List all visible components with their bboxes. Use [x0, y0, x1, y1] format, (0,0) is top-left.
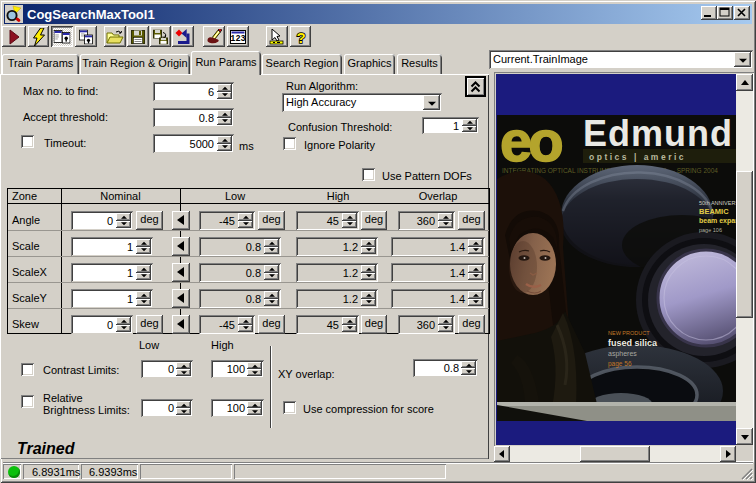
- svg-text:page 56: page 56: [608, 360, 632, 368]
- svg-text:eo: eo: [500, 115, 562, 173]
- svg-text:fused silica: fused silica: [608, 338, 658, 348]
- svg-text:50th ANNIVERSARY: 50th ANNIVERSARY: [699, 200, 736, 206]
- svg-text:optics | americ: optics | americ: [589, 152, 686, 162]
- svg-text:page 106: page 106: [699, 227, 722, 233]
- svg-text:Edmund: Edmund: [583, 115, 733, 154]
- svg-text:BEAMIC: BEAMIC: [699, 207, 729, 216]
- svg-text:123: 123: [230, 34, 245, 44]
- svg-text:aspheres: aspheres: [608, 350, 637, 358]
- svg-text:NEW PRODUCT: NEW PRODUCT: [608, 330, 650, 336]
- svg-text:beam expanders: beam expanders: [699, 217, 736, 225]
- svg-text:?: ?: [296, 29, 305, 45]
